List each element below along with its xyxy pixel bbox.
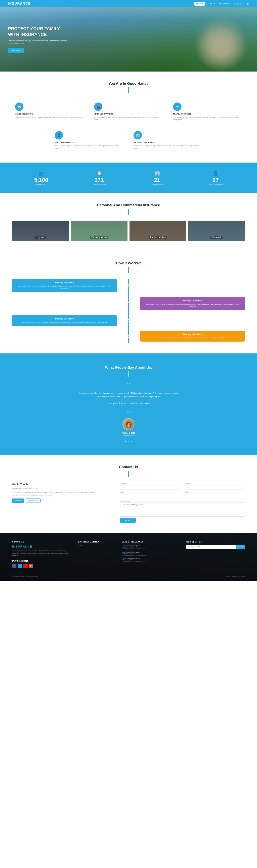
hero-cta-button[interactable]: View More (8, 48, 24, 53)
send-button[interactable]: SEND (120, 518, 136, 523)
testimonials-section: What People Say About Us. " Praecepta vu… (0, 353, 257, 455)
contact-form: First name Last name Email Phone (120, 483, 245, 523)
release-desc: Lorem ipsum dolor sit amet consectetur (122, 554, 180, 556)
good-hands-section: You Are In Good Hands 🏠 HOUSE INSURANCE … (0, 71, 257, 162)
subscribe-button[interactable]: Subscribe (12, 498, 24, 503)
first-name-group: First name (120, 483, 181, 490)
release-date: February 12, 2016 (122, 547, 180, 548)
timeline-card: Heading Goes Here Lorem ipsum dolor sit … (140, 297, 245, 310)
nav-links: Home About Dropdown Contact ⚙ (194, 2, 249, 6)
step-heading: Heading Goes Here (15, 318, 114, 320)
timeline-card: Heading Goes Here Lorem ipsum dolor sit … (140, 331, 245, 342)
newsletter-email-input[interactable] (186, 545, 236, 549)
contact-desc: Donec mollis, euistor dolor sit amet con… (12, 491, 96, 496)
message-textarea[interactable] (120, 502, 245, 517)
section-divider (128, 267, 129, 273)
nav-about[interactable]: About (209, 2, 215, 5)
card-label: Trustworthiness (90, 236, 108, 239)
card-title: VEHICLE INSURANCE (94, 113, 163, 115)
timeline-item: Heading Goes Here Lorem ipsum dolor sit … (12, 279, 245, 292)
card-desc: Cras iutrices congue nullam congue lorem… (173, 116, 242, 121)
list-item: Lorem ipsum lorem ipsum February 12, 201… (122, 551, 180, 556)
how-it-works-section: How It Works? Heading Goes Here Lorem ip… (0, 251, 257, 353)
nav-dropdown[interactable]: Dropdown (219, 2, 230, 5)
last-name-input[interactable] (184, 485, 245, 490)
nav-contact[interactable]: Contact (234, 2, 242, 5)
timeline-item: Heading Goes Here Lorem ipsum dolor sit … (12, 315, 245, 326)
email-group: Email (120, 492, 181, 498)
phone-group: Phone (184, 492, 245, 498)
phone-input[interactable] (184, 494, 245, 498)
newsletter-submit-button[interactable]: Submit (236, 545, 245, 549)
googleplus-icon[interactable]: g+ (29, 564, 33, 568)
timeline-card: Heading Goes Here Lorem ipsum dolor sit … (12, 279, 117, 292)
stat-label: Happy Clients (34, 183, 48, 185)
form-name-row: First name Last name (120, 483, 245, 490)
copyright-text: © 2016 Insurance. All Rights Reserved. (12, 575, 38, 577)
card-label: Teamwork (210, 236, 223, 239)
email-input[interactable] (120, 494, 181, 498)
contact-address: 1234 Avenue Block 4 New York City. (12, 488, 96, 489)
stat-number: 21 (150, 177, 164, 183)
timeline-dot (127, 284, 130, 287)
insurance-grid: 🏠 HOUSE INSURANCE Nullam congue dolce le… (12, 99, 245, 124)
footer-about: ABOUT US INSURANCE Lorem ipsum dolor sit… (12, 541, 71, 568)
stat-number: 27 (208, 177, 223, 183)
footer-link[interactable]: About Us (77, 545, 116, 547)
card-label: Loyalty (35, 236, 45, 239)
social-title: STAY CONNECTED (12, 560, 71, 562)
stat-label: Professional Agents (150, 183, 164, 185)
dot-2[interactable] (128, 441, 129, 442)
hero-content: PROTECT YOUR FAMILY WITH INSURANCE Proin… (8, 26, 72, 53)
email-label: Email (120, 492, 181, 493)
house-icon: 🏠 (15, 102, 24, 111)
register-button[interactable]: Register Now (26, 498, 40, 503)
timeline-card: Heading Goes Here Lorem ipsum dolor sit … (12, 315, 117, 326)
experience-icon: 👤 (208, 170, 223, 176)
footer-logo: INSURANCE (12, 545, 71, 548)
phone-label: Phone (184, 492, 245, 493)
list-item: 🏢 PROPERTY INSURANCE Nullam congue congu… (130, 128, 205, 153)
stat-number: 971 (93, 177, 106, 183)
stat-item: 📋 971 Insurance Policies (93, 170, 106, 185)
dot-3[interactable] (131, 441, 132, 442)
card-desc: Nullam congue dolce leo eget interdum ma… (15, 116, 84, 119)
list-item: 🚗 VEHICLE INSURANCE Congue congue congue… (91, 99, 166, 124)
footer: ABOUT US INSURANCE Lorem ipsum dolor sit… (0, 533, 257, 581)
stat-item: 👥 5,100 Happy Clients (34, 170, 48, 185)
release-title: Lorem ipsum lorem ipsum (122, 557, 180, 559)
card-desc: Nullam congue congue leo eget interdum m… (133, 145, 202, 150)
nav-logo: INSURANCE (8, 2, 31, 5)
dot-1[interactable] (125, 441, 126, 442)
family-silhouette (196, 23, 246, 71)
section-divider (128, 209, 129, 215)
step-heading: Heading Goes Here (15, 281, 114, 284)
hero-section: PROTECT YOUR FAMILY WITH INSURANCE Proin… (0, 7, 257, 71)
step-heading: Heading Goes Here (143, 300, 242, 302)
facebook-icon[interactable]: f (12, 564, 17, 568)
pc-card-bg: Loyalty (12, 221, 69, 241)
twitter-icon[interactable]: t (18, 564, 22, 568)
card-label: Professionalism (149, 236, 167, 239)
step-heading: Heading Goes Here (143, 333, 242, 336)
youtube-icon[interactable]: ▶ (23, 564, 28, 568)
stat-item: 👔 21 Professional Agents (150, 170, 164, 185)
nav-home[interactable]: Home (194, 2, 205, 6)
footer-featured-title: FEATURED CONTENT (77, 541, 116, 543)
timeline-item: Heading Goes Here Lorem ipsum dolor sit … (12, 297, 245, 310)
release-desc: Lorem ipsum dolor sit amet consectetur (122, 561, 180, 562)
card-title: TRAVEL INSURANCE (173, 113, 242, 115)
stat-number: 5,100 (34, 177, 48, 183)
release-title: Lorem ipsum lorem ipsum (122, 545, 180, 547)
search-icon[interactable]: ⚙ (246, 2, 249, 5)
timeline-dot (127, 319, 130, 322)
footer-about-desc: Lorem ipsum dolor sit amet consectetur. … (12, 550, 71, 557)
release-date: February 12, 2016 (122, 559, 180, 561)
footer-links: Privacy Policy | Terms of Use (225, 575, 245, 577)
person-name: JOHN ARIM (20, 432, 237, 434)
clients-icon: 👥 (34, 170, 48, 176)
person-role: Senior Advisor (20, 434, 237, 436)
footer-newsletter-title: NEWSLETTER (186, 541, 245, 543)
first-name-input[interactable] (120, 485, 181, 490)
contact-title: Get In Touch (12, 483, 96, 486)
